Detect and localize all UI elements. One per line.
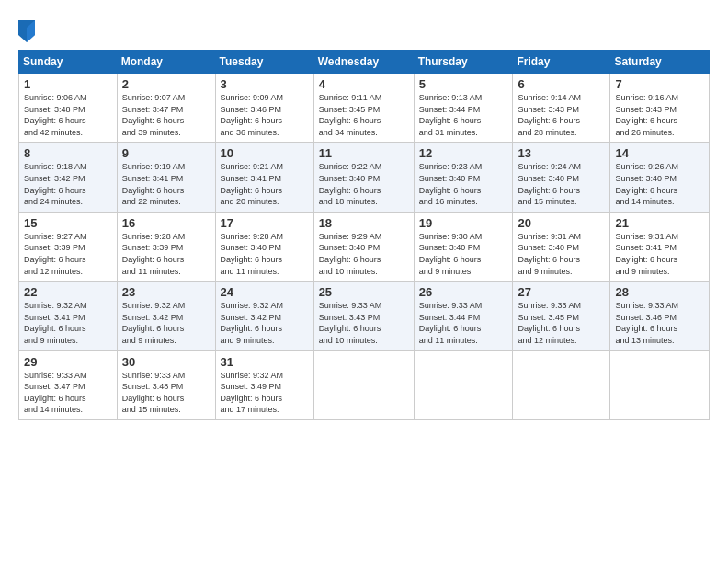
day-info: Sunrise: 9:19 AMSunset: 3:41 PMDaylight:…: [122, 161, 210, 207]
day-number: 12: [419, 146, 508, 160]
day-cell: 31Sunrise: 9:32 AMSunset: 3:49 PMDayligh…: [215, 350, 313, 419]
header-row: [18, 17, 710, 42]
day-cell: 18Sunrise: 9:29 AMSunset: 3:40 PMDayligh…: [313, 212, 414, 281]
day-info: Sunrise: 9:21 AMSunset: 3:41 PMDaylight:…: [221, 161, 309, 207]
day-number: 9: [122, 146, 210, 160]
day-cell: [414, 350, 513, 419]
day-cell: 15Sunrise: 9:27 AMSunset: 3:39 PMDayligh…: [19, 212, 118, 281]
week-row-5: 29Sunrise: 9:33 AMSunset: 3:47 PMDayligh…: [19, 350, 710, 419]
week-row-2: 8Sunrise: 9:18 AMSunset: 3:42 PMDaylight…: [19, 143, 710, 212]
day-cell: 2Sunrise: 9:07 AMSunset: 3:47 PMDaylight…: [117, 74, 215, 143]
day-cell: 25Sunrise: 9:33 AMSunset: 3:43 PMDayligh…: [313, 282, 414, 350]
day-info: Sunrise: 9:33 AMSunset: 3:44 PMDaylight:…: [419, 300, 508, 346]
day-cell: 9Sunrise: 9:19 AMSunset: 3:41 PMDaylight…: [117, 143, 215, 212]
day-info: Sunrise: 9:07 AMSunset: 3:47 PMDaylight:…: [122, 92, 210, 138]
week-row-4: 22Sunrise: 9:32 AMSunset: 3:41 PMDayligh…: [19, 282, 710, 350]
week-row-1: 1Sunrise: 9:06 AMSunset: 3:48 PMDaylight…: [19, 74, 710, 143]
day-number: 21: [615, 216, 704, 230]
day-number: 11: [319, 146, 409, 160]
page: SundayMondayTuesdayWednesdayThursdayFrid…: [0, 0, 728, 563]
day-info: Sunrise: 9:09 AMSunset: 3:46 PMDaylight:…: [221, 92, 309, 138]
day-number: 14: [615, 146, 704, 160]
day-cell: 3Sunrise: 9:09 AMSunset: 3:46 PMDaylight…: [215, 74, 313, 143]
week-row-3: 15Sunrise: 9:27 AMSunset: 3:39 PMDayligh…: [19, 212, 710, 281]
day-info: Sunrise: 9:24 AMSunset: 3:40 PMDaylight:…: [518, 161, 605, 207]
day-cell: 17Sunrise: 9:28 AMSunset: 3:40 PMDayligh…: [215, 212, 313, 281]
day-info: Sunrise: 9:33 AMSunset: 3:45 PMDaylight:…: [518, 300, 605, 346]
day-info: Sunrise: 9:14 AMSunset: 3:43 PMDaylight:…: [518, 92, 605, 138]
col-header-monday: Monday: [117, 51, 215, 74]
day-info: Sunrise: 9:22 AMSunset: 3:40 PMDaylight:…: [319, 161, 409, 207]
day-cell: [610, 350, 710, 419]
header-row-days: SundayMondayTuesdayWednesdayThursdayFrid…: [19, 51, 710, 74]
day-info: Sunrise: 9:16 AMSunset: 3:43 PMDaylight:…: [615, 92, 704, 138]
day-number: 7: [615, 77, 704, 91]
day-info: Sunrise: 9:32 AMSunset: 3:49 PMDaylight:…: [221, 370, 309, 416]
day-cell: 13Sunrise: 9:24 AMSunset: 3:40 PMDayligh…: [513, 143, 610, 212]
day-info: Sunrise: 9:32 AMSunset: 3:41 PMDaylight:…: [24, 300, 112, 346]
day-info: Sunrise: 9:27 AMSunset: 3:39 PMDaylight:…: [24, 231, 112, 277]
day-cell: 11Sunrise: 9:22 AMSunset: 3:40 PMDayligh…: [313, 143, 414, 212]
day-cell: 26Sunrise: 9:33 AMSunset: 3:44 PMDayligh…: [414, 282, 513, 350]
day-cell: 14Sunrise: 9:26 AMSunset: 3:40 PMDayligh…: [610, 143, 710, 212]
day-number: 2: [122, 77, 210, 91]
day-number: 10: [221, 146, 309, 160]
day-number: 23: [122, 285, 210, 299]
calendar: SundayMondayTuesdayWednesdayThursdayFrid…: [18, 50, 710, 420]
day-cell: 6Sunrise: 9:14 AMSunset: 3:43 PMDaylight…: [513, 74, 610, 143]
day-number: 15: [24, 216, 112, 230]
day-info: Sunrise: 9:31 AMSunset: 3:41 PMDaylight:…: [615, 231, 704, 277]
day-cell: 5Sunrise: 9:13 AMSunset: 3:44 PMDaylight…: [414, 74, 513, 143]
day-cell: 7Sunrise: 9:16 AMSunset: 3:43 PMDaylight…: [610, 74, 710, 143]
day-cell: 4Sunrise: 9:11 AMSunset: 3:45 PMDaylight…: [313, 74, 414, 143]
col-header-saturday: Saturday: [610, 51, 710, 74]
day-number: 8: [24, 146, 112, 160]
day-info: Sunrise: 9:33 AMSunset: 3:43 PMDaylight:…: [319, 300, 409, 346]
day-info: Sunrise: 9:23 AMSunset: 3:40 PMDaylight:…: [419, 161, 508, 207]
day-cell: 28Sunrise: 9:33 AMSunset: 3:46 PMDayligh…: [610, 282, 710, 350]
day-cell: 24Sunrise: 9:32 AMSunset: 3:42 PMDayligh…: [215, 282, 313, 350]
col-header-thursday: Thursday: [414, 51, 513, 74]
day-info: Sunrise: 9:33 AMSunset: 3:46 PMDaylight:…: [615, 300, 704, 346]
day-cell: 10Sunrise: 9:21 AMSunset: 3:41 PMDayligh…: [215, 143, 313, 212]
day-cell: 27Sunrise: 9:33 AMSunset: 3:45 PMDayligh…: [513, 282, 610, 350]
day-info: Sunrise: 9:33 AMSunset: 3:48 PMDaylight:…: [122, 370, 210, 416]
day-info: Sunrise: 9:28 AMSunset: 3:39 PMDaylight:…: [122, 231, 210, 277]
day-cell: 8Sunrise: 9:18 AMSunset: 3:42 PMDaylight…: [19, 143, 118, 212]
day-number: 24: [221, 285, 309, 299]
day-info: Sunrise: 9:28 AMSunset: 3:40 PMDaylight:…: [221, 231, 309, 277]
day-number: 28: [615, 285, 704, 299]
day-info: Sunrise: 9:32 AMSunset: 3:42 PMDaylight:…: [122, 300, 210, 346]
day-number: 31: [221, 355, 309, 369]
day-cell: 23Sunrise: 9:32 AMSunset: 3:42 PMDayligh…: [117, 282, 215, 350]
day-info: Sunrise: 9:29 AMSunset: 3:40 PMDaylight:…: [319, 231, 409, 277]
day-number: 5: [419, 77, 508, 91]
day-info: Sunrise: 9:06 AMSunset: 3:48 PMDaylight:…: [24, 92, 112, 138]
day-number: 19: [419, 216, 508, 230]
day-number: 30: [122, 355, 210, 369]
day-cell: 12Sunrise: 9:23 AMSunset: 3:40 PMDayligh…: [414, 143, 513, 212]
day-info: Sunrise: 9:11 AMSunset: 3:45 PMDaylight:…: [319, 92, 409, 138]
day-info: Sunrise: 9:33 AMSunset: 3:47 PMDaylight:…: [24, 370, 112, 416]
day-number: 29: [24, 355, 112, 369]
day-cell: 20Sunrise: 9:31 AMSunset: 3:40 PMDayligh…: [513, 212, 610, 281]
day-info: Sunrise: 9:13 AMSunset: 3:44 PMDaylight:…: [419, 92, 508, 138]
col-header-sunday: Sunday: [19, 51, 118, 74]
day-info: Sunrise: 9:26 AMSunset: 3:40 PMDaylight:…: [615, 161, 704, 207]
day-number: 3: [221, 77, 309, 91]
day-number: 20: [518, 216, 605, 230]
day-number: 22: [24, 285, 112, 299]
day-number: 25: [319, 285, 409, 299]
day-cell: [313, 350, 414, 419]
day-cell: 19Sunrise: 9:30 AMSunset: 3:40 PMDayligh…: [414, 212, 513, 281]
day-cell: 16Sunrise: 9:28 AMSunset: 3:39 PMDayligh…: [117, 212, 215, 281]
day-number: 1: [24, 77, 112, 91]
col-header-friday: Friday: [513, 51, 610, 74]
day-number: 18: [319, 216, 409, 230]
day-info: Sunrise: 9:30 AMSunset: 3:40 PMDaylight:…: [419, 231, 508, 277]
day-cell: 1Sunrise: 9:06 AMSunset: 3:48 PMDaylight…: [19, 74, 118, 143]
day-cell: 30Sunrise: 9:33 AMSunset: 3:48 PMDayligh…: [117, 350, 215, 419]
day-cell: 29Sunrise: 9:33 AMSunset: 3:47 PMDayligh…: [19, 350, 118, 419]
col-header-wednesday: Wednesday: [313, 51, 414, 74]
day-cell: 22Sunrise: 9:32 AMSunset: 3:41 PMDayligh…: [19, 282, 118, 350]
